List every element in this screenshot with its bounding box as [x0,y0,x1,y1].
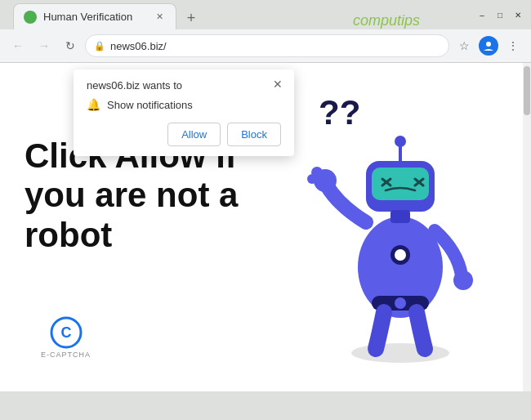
tab-title: Human Verification [43,11,146,23]
scrollbar[interactable] [523,63,531,391]
svg-point-1 [486,42,491,47]
svg-text:??: ?? [319,93,360,132]
popup-show-text: Show notifications [107,99,193,111]
svg-point-22 [395,249,406,261]
popup-row: 🔔 Show notifications [87,98,281,111]
close-window-button[interactable]: ✕ [511,8,524,21]
star-button[interactable]: ☆ [453,34,475,57]
profile-button[interactable] [477,34,500,57]
popup-buttons: Allow Block [87,123,281,146]
svg-rect-23 [390,210,410,223]
svg-point-0 [26,13,34,21]
bell-icon: 🔔 [87,98,100,111]
popup-title: news06.biz wants to [87,79,281,92]
url-text: news06.biz/ [110,40,440,52]
allow-button[interactable]: Allow [167,123,221,146]
svg-point-16 [395,136,406,147]
new-tab-button[interactable]: + [180,7,203,29]
notification-popup: ✕ news06.biz wants to 🔔 Show notificatio… [74,69,294,156]
back-button[interactable]: ← [7,34,29,57]
svg-point-19 [307,174,317,184]
scrollbar-thumb[interactable] [524,66,530,115]
lock-icon: 🔒 [94,41,105,51]
robot-svg: ?? [294,79,490,365]
refresh-button[interactable]: ↻ [59,34,82,57]
svg-point-20 [453,270,473,290]
address-actions: ☆ ⋮ [453,34,524,57]
address-bar: ← → ↻ 🔒 news06.biz/ ☆ ⋮ [0,29,531,62]
profile-icon [479,36,498,56]
robot-illustration: ?? [294,79,506,373]
ecaptcha-logo-area: C E-CAPTCHA [41,316,91,359]
page-content: ✕ news06.biz wants to 🔔 Show notificatio… [0,63,531,391]
tab-bar: Human Verification ✕ + computips [7,0,475,29]
tab-close-button[interactable]: ✕ [153,11,166,24]
tab-favicon [24,11,37,24]
block-button[interactable]: Block [227,123,281,146]
menu-button[interactable]: ⋮ [502,34,524,57]
forward-button[interactable]: → [33,34,56,57]
popup-close-button[interactable]: ✕ [270,76,286,92]
window-controls: – □ ✕ [475,8,524,21]
maximize-button[interactable]: □ [493,8,506,21]
active-tab[interactable]: Human Verification ✕ [13,3,176,29]
minimize-button[interactable]: – [475,8,489,21]
svg-point-8 [395,297,406,309]
ecaptcha-label: E-CAPTCHA [41,351,91,359]
svg-text:C: C [60,324,71,341]
ecaptcha-logo-svg: C [50,316,83,349]
title-bar: Human Verification ✕ + computips – □ ✕ [0,0,531,29]
url-bar[interactable]: 🔒 news06.biz/ [85,34,449,57]
svg-point-4 [351,343,449,363]
computips-label: computips [353,12,420,29]
